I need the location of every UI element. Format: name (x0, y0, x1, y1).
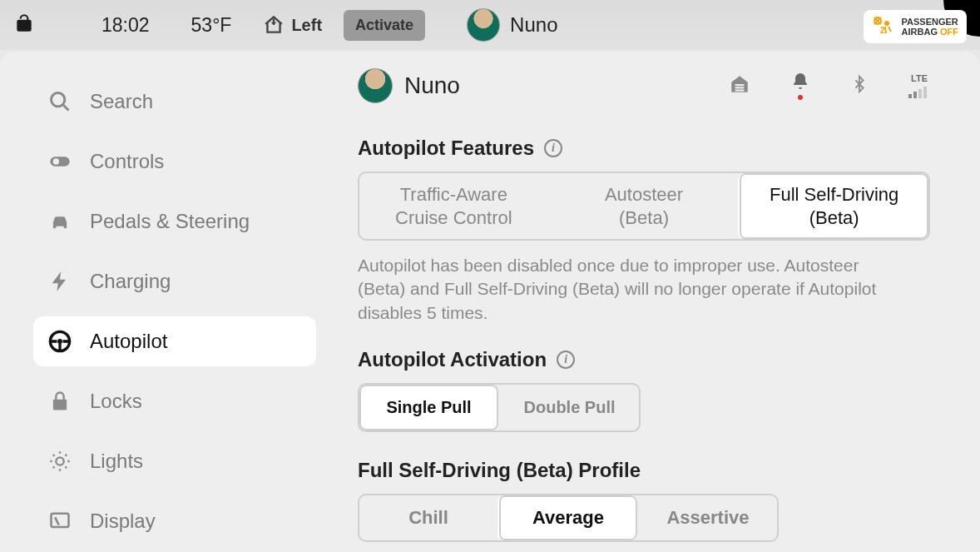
main-profile[interactable]: Nuno (358, 68, 460, 103)
sidebar-item-label: Lights (90, 450, 143, 473)
svg-point-3 (52, 93, 65, 107)
section-title-activation: Autopilot Activation i (358, 348, 930, 371)
sidebar-item-label: Pedals & Steering (90, 210, 250, 233)
features-segmented: Traffic-Aware Cruise Control Autosteer (… (358, 172, 930, 241)
svg-rect-9 (52, 514, 69, 527)
svg-rect-14 (913, 92, 917, 98)
airbag-badge[interactable]: 2 PASSENGER AIRBAG OFF (864, 10, 967, 43)
activate-button[interactable]: Activate (344, 10, 425, 41)
info-icon[interactable]: i (544, 139, 562, 157)
activation-option-double[interactable]: Double Pull (498, 385, 639, 430)
temperature: 53°F (191, 14, 232, 37)
sidebar-item-display[interactable]: Display (33, 496, 316, 546)
top-bar: 18:02 53°F Left Activate Nuno 2 PASSENGE… (0, 0, 980, 50)
main-panel: Nuno LTE Autopilot Features i Traffic-Aw… (333, 52, 980, 552)
garage-icon[interactable] (729, 73, 750, 98)
svg-point-8 (56, 457, 63, 465)
feature-option-tacc[interactable]: Traffic-Aware Cruise Control (359, 173, 548, 239)
svg-point-7 (57, 339, 62, 344)
profile-name: Nuno (510, 13, 557, 37)
svg-point-5 (53, 158, 59, 164)
signal-bars-icon (908, 85, 930, 98)
feature-option-fsd[interactable]: Full Self-Driving (Beta) (738, 173, 928, 239)
svg-rect-15 (918, 89, 922, 98)
signal-indicator[interactable]: LTE (908, 73, 930, 98)
section-title-fsd-profile: Full Self-Driving (Beta) Profile (358, 459, 930, 482)
homelink-label: Left (291, 16, 322, 35)
sidebar-item-label: Controls (90, 150, 164, 173)
main-header: Nuno LTE (358, 68, 930, 103)
activation-segmented: Single Pull Double Pull (358, 383, 641, 432)
avatar (358, 68, 393, 103)
features-note: Autopilot has been disabled once due to … (358, 254, 907, 325)
svg-rect-13 (908, 94, 912, 98)
airbag-text: PASSENGER AIRBAG OFF (902, 17, 958, 37)
status-icons: LTE (729, 72, 930, 100)
notification-dot (798, 95, 803, 100)
notifications-icon[interactable] (790, 72, 810, 100)
avatar (467, 8, 500, 42)
lock-icon (48, 390, 72, 413)
sidebar-item-label: Autopilot (90, 330, 167, 353)
content-body: Search Controls Pedals & Steering Chargi… (0, 52, 980, 552)
svg-text:2: 2 (880, 26, 885, 35)
display-icon (48, 510, 72, 533)
feature-option-autosteer[interactable]: Autosteer (Beta) (548, 173, 739, 239)
section-title-features: Autopilot Features i (358, 137, 930, 160)
sidebar-item-locks[interactable]: Locks (33, 376, 316, 426)
airbag-icon: 2 (872, 15, 895, 38)
svg-rect-12 (735, 90, 745, 92)
light-icon (48, 450, 72, 473)
sidebar-item-label: Search (90, 90, 153, 113)
profile-option-average[interactable]: Average (497, 495, 637, 540)
clock: 18:02 (101, 14, 150, 37)
profile-option-chill[interactable]: Chill (359, 495, 497, 540)
sidebar-item-charging[interactable]: Charging (33, 256, 316, 306)
sidebar-item-label: Display (90, 510, 156, 533)
signal-label: LTE (911, 73, 928, 83)
homelink-group[interactable]: Left (263, 14, 322, 36)
car-icon (48, 210, 72, 233)
main-profile-name: Nuno (404, 72, 460, 99)
lock-icon[interactable] (13, 12, 35, 37)
svg-rect-10 (735, 84, 745, 86)
svg-rect-11 (735, 87, 745, 88)
sidebar-item-label: Charging (90, 270, 171, 293)
svg-point-1 (884, 21, 889, 26)
sidebar-item-label: Locks (90, 390, 142, 413)
sidebar-item-autopilot[interactable]: Autopilot (33, 316, 316, 366)
sidebar: Search Controls Pedals & Steering Chargi… (0, 52, 333, 552)
search-icon (48, 90, 72, 113)
steering-wheel-icon (48, 330, 72, 353)
profile-selector[interactable]: Nuno (467, 8, 557, 42)
info-icon[interactable]: i (557, 351, 575, 369)
activation-option-single[interactable]: Single Pull (359, 385, 498, 430)
sidebar-item-search[interactable]: Search (33, 77, 316, 127)
bolt-icon (48, 270, 72, 293)
bluetooth-icon[interactable] (850, 73, 869, 98)
fsd-profile-segmented: Chill Average Assertive (358, 494, 779, 542)
home-icon (263, 14, 285, 36)
sidebar-item-pedals[interactable]: Pedals & Steering (33, 196, 316, 246)
svg-rect-16 (923, 87, 927, 98)
toggle-icon (48, 150, 72, 173)
sidebar-item-controls[interactable]: Controls (33, 137, 316, 186)
sidebar-item-lights[interactable]: Lights (33, 436, 316, 486)
profile-option-assertive[interactable]: Assertive (637, 495, 777, 540)
